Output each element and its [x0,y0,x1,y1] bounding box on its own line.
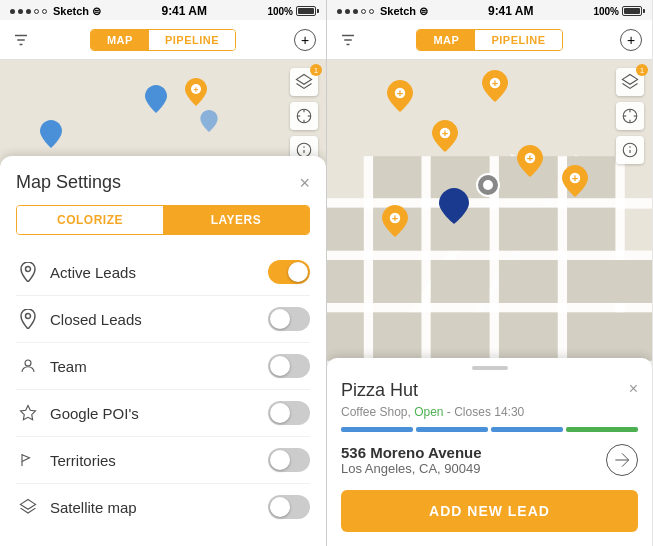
battery-percent-right: 100% [593,6,619,17]
popup-header: Pizza Hut × [341,380,638,401]
popup-subtitle-text: Coffee Shop, [341,405,414,419]
tab-pipeline-right[interactable]: PIPELINE [475,30,561,50]
add-lead-button[interactable]: ADD NEW LEAD [341,490,638,532]
settings-items-list: Active Leads Closed Leads [16,249,310,530]
closed-leads-toggle-thumb [270,309,290,329]
filter-icon-left[interactable] [10,29,32,51]
svg-rect-80 [567,260,652,303]
settings-item-active-leads: Active Leads [16,249,310,296]
pin-blue-main[interactable] [439,188,469,228]
satellite-toggle[interactable] [268,495,310,519]
status-bar-right: Sketch ⊜ 9:41 AM 100% [327,0,652,20]
pin-blue-2[interactable] [145,85,167,117]
tab-map-left[interactable]: MAP [91,30,149,50]
settings-close-btn[interactable]: × [299,174,310,192]
territories-toggle[interactable] [268,448,310,472]
status-left-right: Sketch ⊜ [337,5,428,18]
settings-tab-colorize[interactable]: COLORIZE [17,206,163,234]
tab-toggle-left[interactable]: MAP PIPELINE [90,29,236,51]
pin-yellow-r5[interactable]: + [562,165,588,201]
address-city: Los Angeles, CA, 90049 [341,461,482,476]
signal-dot-1 [10,9,15,14]
pin-yellow-1[interactable]: + [185,78,207,110]
team-icon [16,354,40,378]
tab-toggle-right[interactable]: MAP PIPELINE [416,29,562,51]
pin-blue-1[interactable] [40,120,62,152]
navigate-btn[interactable] [606,444,638,476]
battery-icon-left [296,6,316,16]
svg-text:+: + [492,77,498,89]
add-button-left[interactable]: + [294,29,316,51]
pin-yellow-r4[interactable]: + [517,145,543,181]
active-leads-toggle[interactable] [268,260,310,284]
layers-control-left[interactable]: 1 [290,68,318,96]
rating-bars [341,427,638,432]
svg-rect-74 [499,208,558,251]
svg-marker-51 [21,500,36,510]
svg-text:+: + [397,87,403,99]
signal-dot-4 [34,9,39,14]
left-screen: Sketch ⊜ 9:41 AM 100% MAP [0,0,326,546]
settings-item-closed-leads: Closed Leads [16,296,310,343]
status-time-right: 9:41 AM [488,4,534,18]
signal-dot-5 [42,9,47,14]
status-bar-left: Sketch ⊜ 9:41 AM 100% [0,0,326,20]
status-left: Sketch ⊜ [10,5,101,18]
pin-yellow-r6[interactable]: + [382,205,408,241]
pin-yellow-r3[interactable]: + [432,120,458,156]
layers-control-right[interactable]: 1 [616,68,644,96]
google-pois-label: Google POI's [50,405,268,422]
layers-badge-right: 1 [636,64,648,76]
svg-point-46 [26,267,31,272]
svg-point-100 [483,180,493,190]
settings-header: Map Settings × [16,172,310,193]
active-leads-icon [16,260,40,284]
signal-dot-2 [18,9,23,14]
compass-control-left[interactable] [290,102,318,130]
svg-text:+: + [527,152,533,164]
svg-rect-76 [327,208,364,251]
svg-rect-79 [499,260,558,303]
settings-tab-layers[interactable]: LAYERS [163,206,309,234]
active-leads-label: Active Leads [50,264,268,281]
settings-tabs[interactable]: COLORIZE LAYERS [16,205,310,235]
svg-text:+: + [193,85,198,95]
pin-blue-4[interactable] [200,110,218,136]
tab-pipeline-left[interactable]: PIPELINE [149,30,235,50]
territories-toggle-thumb [270,450,290,470]
map-controls-left: 1 [290,68,318,164]
svg-rect-82 [373,312,421,360]
closed-leads-toggle[interactable] [268,307,310,331]
tab-map-right[interactable]: MAP [417,30,475,50]
compass-control-right[interactable] [616,102,644,130]
google-pois-toggle-thumb [270,403,290,423]
svg-rect-68 [373,156,421,198]
add-button-right[interactable]: + [620,29,642,51]
popup-close-btn[interactable]: × [629,380,638,398]
filter-icon-right[interactable] [337,29,359,51]
info-control-right[interactable] [616,136,644,164]
svg-rect-77 [373,260,421,303]
pin-yellow-r1[interactable]: + [387,80,413,116]
territories-label: Territories [50,452,268,469]
pin-selected[interactable] [475,172,501,202]
svg-rect-81 [327,260,364,303]
rating-bar-4 [566,427,638,432]
popup-title: Pizza Hut [341,380,418,401]
satellite-icon [16,495,40,519]
pin-yellow-r2[interactable]: + [482,70,508,106]
svg-marker-37 [297,75,312,85]
google-pois-toggle[interactable] [268,401,310,425]
rating-bar-2 [416,427,488,432]
signal-dot-3 [26,9,31,14]
svg-point-47 [26,314,31,319]
svg-text:+: + [392,212,398,224]
team-toggle[interactable] [268,354,310,378]
status-right-right: 100% [593,6,642,17]
svg-rect-85 [567,312,652,360]
svg-rect-86 [327,312,364,360]
signal-dot-r1 [337,9,342,14]
settings-item-territories: Territories [16,437,310,484]
settings-item-team: Team [16,343,310,390]
address-text: 536 Moreno Avenue Los Angeles, CA, 90049 [341,444,482,476]
